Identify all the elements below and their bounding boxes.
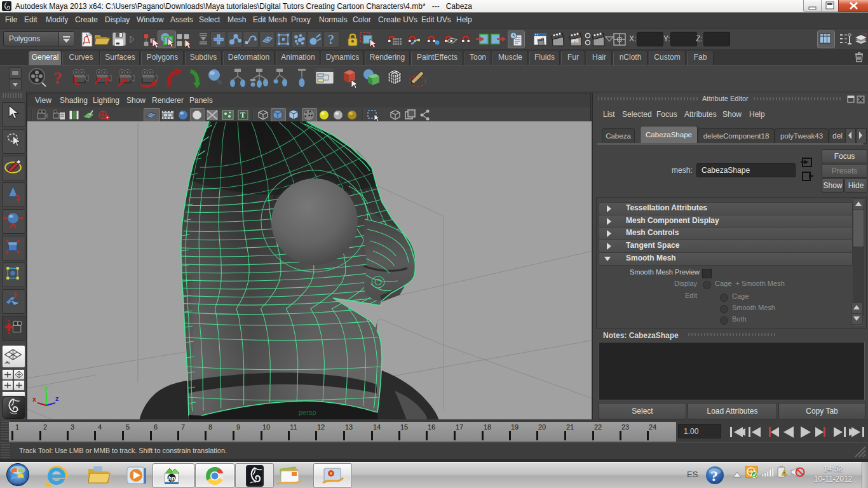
svg-text:?: ? [53, 68, 62, 88]
svg-text:y: y [44, 384, 48, 391]
svg-text:hp: hp [168, 475, 175, 482]
svg-text:x: x [32, 395, 37, 403]
svg-text:?: ? [328, 32, 334, 46]
svg-text:T: T [240, 111, 245, 119]
svg-text:IPR: IPR [571, 39, 579, 43]
svg-text:?: ? [710, 468, 718, 484]
svg-text:persp: persp [299, 409, 316, 416]
svg-text:z: z [55, 395, 59, 402]
